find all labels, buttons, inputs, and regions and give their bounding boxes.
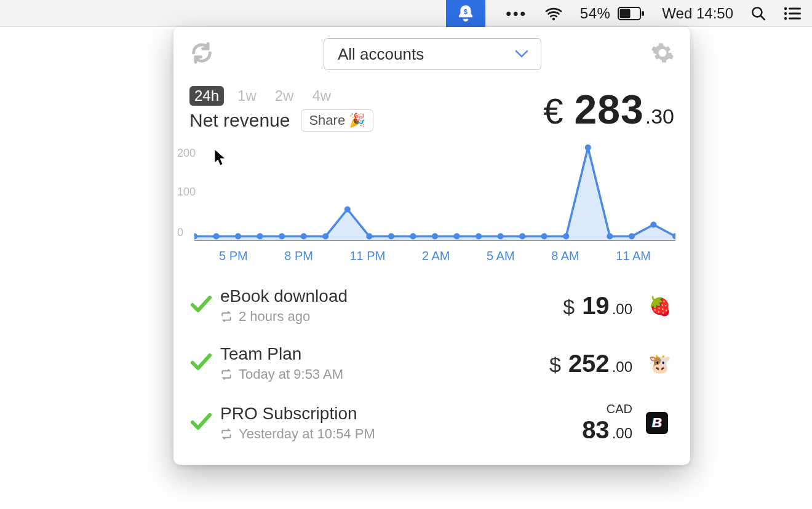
svg-rect-3: [620, 9, 631, 18]
settings-button[interactable]: [651, 41, 674, 67]
transaction-time: 2 hours ago: [239, 309, 310, 325]
revenue-chart[interactable]: 200 100 0 5 PM 8 PM 11 PM 2 AM 5 AM 8 AM…: [173, 143, 690, 266]
svg-point-19: [301, 233, 307, 239]
transaction-time: Yesterday at 10:54 PM: [239, 426, 375, 442]
x-tick: 8 PM: [284, 249, 313, 263]
svg-point-33: [607, 233, 613, 239]
y-tick-200: 200: [177, 147, 196, 160]
bell-dollar-icon: $: [456, 4, 475, 23]
svg-point-32: [585, 144, 591, 151]
x-tick: 11 PM: [350, 249, 386, 263]
svg-point-35: [650, 222, 656, 228]
account-selector-label: All accounts: [338, 45, 424, 64]
svg-point-20: [322, 233, 328, 239]
strawberry-icon: 🍓: [646, 295, 673, 317]
amount-whole: 283: [575, 86, 644, 133]
transaction-title: eBook download: [220, 286, 563, 306]
chevron-down-icon: [515, 50, 528, 58]
transaction-row[interactable]: PRO Subscription Yesterday at 10:54 PM C…: [191, 392, 673, 454]
svg-line-6: [761, 15, 765, 19]
x-tick: 8 AM: [551, 249, 579, 263]
refresh-button[interactable]: [189, 41, 214, 68]
x-tick: 11 AM: [616, 249, 651, 263]
revenue-panel: All accounts 24h 1w 2w 4w Net revenue Sh…: [173, 27, 690, 465]
b-badge-icon: B: [646, 412, 673, 434]
svg-point-26: [454, 233, 460, 239]
amount-decimal: .30: [645, 105, 674, 128]
transaction-time: Today at 9:53 AM: [239, 366, 343, 382]
svg-point-21: [344, 206, 351, 212]
svg-point-24: [410, 233, 416, 239]
gear-icon: [651, 41, 674, 65]
range-tab-4w[interactable]: 4w: [307, 86, 336, 106]
check-icon: [191, 413, 220, 433]
svg-point-9: [784, 12, 787, 14]
cow-icon: 🐮: [646, 353, 673, 374]
metric-title: Net revenue: [189, 110, 290, 131]
revenue-chart-svg: [194, 143, 675, 241]
menubar-overflow-icon[interactable]: •••: [506, 5, 527, 22]
list-icon[interactable]: [784, 7, 801, 20]
menubar-app-icon[interactable]: $: [446, 0, 485, 27]
x-tick: 2 AM: [422, 249, 450, 263]
svg-point-29: [519, 233, 525, 239]
x-tick: 5 AM: [487, 249, 515, 263]
currency-symbol: €: [543, 90, 563, 132]
svg-rect-8: [789, 7, 801, 9]
transaction-amount: $ 252 .00: [549, 350, 632, 377]
svg-point-34: [629, 233, 635, 239]
svg-point-15: [213, 233, 220, 239]
currency-code: CAD: [607, 402, 632, 416]
range-tab-1w[interactable]: 1w: [233, 86, 261, 106]
svg-point-1: [552, 17, 555, 20]
transaction-amount: 83 .00: [582, 416, 632, 444]
transaction-title: PRO Subscription: [220, 404, 582, 424]
y-tick-100: 100: [177, 186, 196, 199]
svg-point-16: [235, 233, 241, 239]
net-revenue-amount: € 283 .30: [543, 86, 674, 133]
range-tab-24h[interactable]: 24h: [189, 86, 224, 106]
transaction-row[interactable]: Team Plan Today at 9:53 AM $ 252 .00 🐮: [191, 334, 673, 392]
svg-point-28: [498, 233, 504, 239]
svg-point-17: [257, 233, 263, 239]
svg-point-25: [432, 233, 438, 239]
svg-rect-10: [789, 12, 801, 14]
account-selector[interactable]: All accounts: [324, 38, 541, 70]
recurring-icon: [220, 428, 233, 440]
x-tick: 5 PM: [219, 249, 248, 263]
time-range-tabs: 24h 1w 2w 4w: [189, 86, 543, 106]
svg-point-7: [784, 7, 787, 9]
recurring-icon: [220, 369, 233, 380]
transaction-row[interactable]: eBook download 2 hours ago $ 19 .00 🍓: [191, 277, 673, 334]
macos-menubar: $ ••• 54% Wed 14:50: [0, 0, 812, 27]
svg-rect-4: [642, 11, 644, 16]
y-tick-0: 0: [177, 226, 183, 239]
svg-point-31: [563, 233, 569, 239]
recurring-icon: [220, 311, 233, 322]
share-button-label: Share: [309, 112, 345, 128]
transaction-title: Team Plan: [220, 344, 549, 364]
svg-point-11: [784, 17, 787, 19]
battery-icon: [618, 7, 645, 20]
battery-percentage: 54%: [580, 5, 611, 22]
x-axis-labels: 5 PM 8 PM 11 PM 2 AM 5 AM 8 AM 11 AM: [194, 249, 675, 263]
svg-rect-12: [789, 17, 801, 19]
range-tab-2w[interactable]: 2w: [270, 86, 299, 106]
confetti-icon: 🎉: [349, 112, 365, 128]
check-icon: [191, 296, 220, 315]
svg-text:$: $: [463, 7, 468, 15]
svg-point-30: [541, 233, 547, 239]
menubar-clock[interactable]: Wed 14:50: [662, 5, 733, 22]
search-icon[interactable]: [750, 6, 766, 22]
svg-point-22: [366, 233, 372, 239]
transaction-list: eBook download 2 hours ago $ 19 .00 🍓 Te…: [173, 266, 690, 454]
svg-point-23: [388, 233, 394, 239]
wifi-icon[interactable]: [544, 6, 563, 21]
transaction-amount: $ 19 .00: [563, 292, 632, 320]
share-button[interactable]: Share 🎉: [301, 109, 373, 132]
check-icon: [191, 353, 220, 373]
svg-point-18: [279, 233, 285, 239]
svg-point-27: [476, 233, 482, 239]
